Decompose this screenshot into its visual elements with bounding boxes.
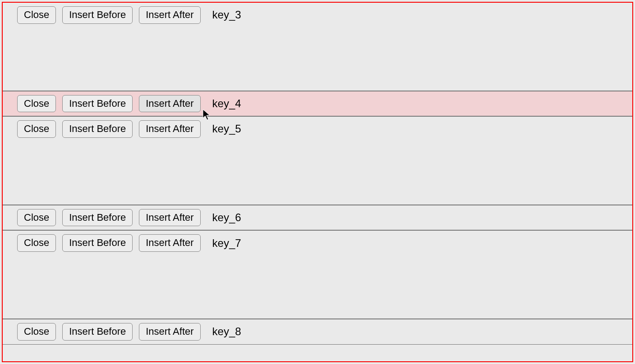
- close-button[interactable]: Close: [17, 6, 56, 24]
- row-key-label: key_4: [212, 97, 241, 110]
- insert-before-button[interactable]: Insert Before: [62, 234, 133, 252]
- list-row: Close Insert Before Insert After key_5: [3, 116, 632, 205]
- list-row: Close Insert Before Insert After key_6: [3, 205, 632, 231]
- close-button[interactable]: Close: [17, 95, 56, 113]
- row-header: Close Insert Before Insert After key_4: [3, 95, 632, 116]
- close-button[interactable]: Close: [17, 234, 56, 252]
- row-key-label: key_5: [212, 123, 241, 135]
- row-header: Close Insert Before Insert After key_3: [3, 6, 632, 27]
- row-body: [3, 141, 632, 205]
- insert-before-button[interactable]: Insert Before: [62, 323, 133, 341]
- insert-before-button[interactable]: Insert Before: [62, 6, 133, 24]
- insert-before-button[interactable]: Insert Before: [62, 209, 133, 227]
- close-button[interactable]: Close: [17, 209, 56, 227]
- insert-after-button[interactable]: Insert After: [139, 6, 200, 24]
- insert-after-button[interactable]: Insert After: [139, 209, 200, 227]
- insert-after-button[interactable]: Insert After: [139, 323, 200, 341]
- list-row: Close Insert Before Insert After key_7: [3, 230, 632, 319]
- outer-frame: Close Insert Before Insert After key_3 C…: [2, 2, 633, 362]
- row-body: [3, 255, 632, 318]
- list-row: Close Insert Before Insert After key_4: [3, 91, 632, 117]
- insert-after-button[interactable]: Insert After: [139, 120, 200, 138]
- insert-after-button[interactable]: Insert After: [139, 95, 200, 113]
- row-key-label: key_7: [212, 237, 241, 250]
- close-button[interactable]: Close: [17, 323, 56, 341]
- insert-after-button[interactable]: Insert After: [139, 234, 200, 252]
- row-header: Close Insert Before Insert After key_7: [3, 234, 632, 255]
- row-header: Close Insert Before Insert After key_6: [3, 209, 632, 230]
- row-body: [3, 27, 632, 91]
- insert-before-button[interactable]: Insert Before: [62, 120, 133, 138]
- row-key-label: key_3: [212, 9, 241, 21]
- insert-before-button[interactable]: Insert Before: [62, 95, 133, 113]
- row-header: Close Insert Before Insert After key_8: [3, 323, 632, 344]
- list-row: Close Insert Before Insert After key_3: [3, 3, 632, 91]
- close-button[interactable]: Close: [17, 120, 56, 138]
- row-key-label: key_6: [212, 211, 241, 224]
- list-row: Close Insert Before Insert After key_8: [3, 319, 632, 345]
- row-header: Close Insert Before Insert After key_5: [3, 120, 632, 141]
- row-key-label: key_8: [212, 325, 241, 338]
